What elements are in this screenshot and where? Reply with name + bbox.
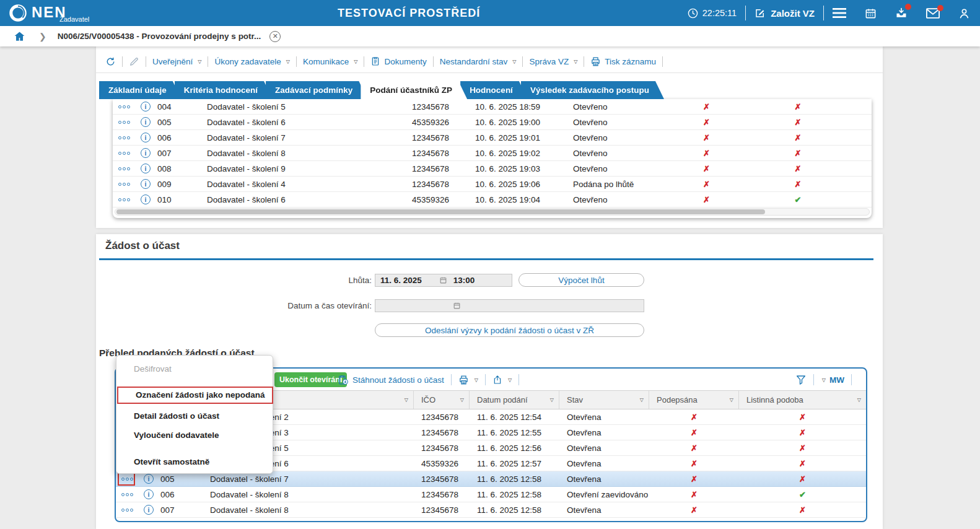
status-text: Otevřeno [566, 149, 658, 158]
menu-item-oznaceni-zadosti-jako-nepodana[interactable]: Označení žádosti jako nepodaná [117, 387, 273, 404]
menu-item-vylouceni-dodavatele[interactable]: Vyloučení dodavatele [116, 427, 274, 444]
dots-icon [123, 152, 126, 155]
dots-icon [118, 167, 121, 170]
send-invitation-button[interactable]: Odeslání výzvy k podání žádosti o účast … [375, 323, 644, 337]
tab-podani-ucastniku-zp[interactable]: Podání účastníků ZP [361, 81, 467, 99]
toolbar-item-komunikace[interactable]: Komunikace▽ [303, 57, 357, 66]
toolbar-item-tisk-zaznamu[interactable]: Tisk záznamu [590, 56, 656, 67]
row-info-button[interactable]: i [135, 164, 154, 173]
deadline-time-value[interactable]: 13:00 [453, 276, 475, 285]
table-row[interactable]: i 008 Dodavatel - školení 9 12345678 10.… [113, 161, 872, 177]
row-number: 004 [154, 102, 203, 111]
filter-button[interactable] [795, 374, 807, 385]
download-requests-button[interactable]: Stáhnout žádosti o účast [338, 375, 444, 385]
deadline-date-value[interactable]: 11. 6. 2025 [380, 276, 422, 285]
tab-zakladni-udaje[interactable]: Základní údaje [99, 81, 182, 99]
toolbar-divider [518, 374, 519, 385]
row-menu-button[interactable] [116, 493, 138, 496]
scrollbar-thumb[interactable] [116, 209, 765, 214]
row-info-button[interactable]: i [138, 474, 157, 484]
table-row[interactable]: i 007 Dodavatel - školení 8 12345678 11.… [116, 502, 866, 518]
finish-opening-button[interactable]: Ukončit otevírání [274, 372, 347, 387]
supplier-ico: 12345678 [414, 474, 470, 484]
supplier-ico: 45359326 [414, 459, 470, 468]
row-menu-button[interactable] [116, 509, 138, 512]
tab-zadavaci-podminky[interactable]: Zadávací podmínky [266, 81, 367, 99]
row-info-button[interactable]: i [135, 179, 154, 189]
toolbar-item-dokumenty[interactable]: Dokumenty [370, 56, 426, 66]
paper-form-mark: ✗ [739, 505, 866, 515]
edit-record-button[interactable] [129, 56, 139, 67]
tab-kriteria-hodnoceni[interactable]: Kritéria hodnocení [175, 81, 273, 99]
table-row[interactable]: i 005 Dodavatel - školení 6 45359326 10.… [113, 115, 872, 130]
row-menu-button[interactable] [113, 105, 135, 108]
toolbar-divider [584, 56, 584, 67]
chevron-down-icon[interactable]: ▽ [822, 377, 826, 383]
row-info-button[interactable]: i [135, 117, 154, 127]
print-button[interactable]: ▽ [458, 375, 478, 385]
table-row[interactable]: i 010 Dodavatel - školení 6 45359326 10.… [113, 192, 872, 208]
deadline-field[interactable]: 11. 6. 2025 13:00 [375, 274, 512, 287]
menu-item-otevrit-samostatne[interactable]: Otevřít samostatně [116, 453, 274, 471]
calendar-button[interactable] [865, 7, 877, 19]
create-vz-button[interactable]: Založit VZ [755, 7, 815, 19]
toolbar-divider [485, 374, 486, 385]
sort-icon[interactable]: ▽ [460, 397, 469, 403]
sort-icon[interactable]: ▽ [405, 397, 413, 403]
column-header-datum-podani[interactable]: Datum podání▽ [470, 391, 559, 409]
menu-item-detail-zadosti[interactable]: Detail žádosti o účast [116, 408, 274, 425]
tab-vysledek[interactable]: Výsledek zadávacího postupu [521, 81, 664, 99]
row-info-button[interactable]: i [138, 489, 157, 499]
sort-icon[interactable]: ▽ [857, 397, 866, 403]
row-menu-button[interactable] [113, 167, 135, 170]
paper-form-mark: ✗ [755, 149, 841, 158]
row-info-button[interactable]: i [135, 195, 154, 204]
row-menu-button[interactable] [113, 152, 135, 155]
home-button[interactable] [14, 30, 25, 42]
paper-form-mark: ✗ [755, 180, 841, 189]
table-row[interactable]: i 004 Dodavatel - školení 5 12345678 10.… [113, 99, 872, 115]
close-tab-button[interactable]: ✕ [269, 31, 281, 42]
toolbar-item-sprava-vz[interactable]: Správa VZ▽ [529, 57, 577, 66]
sort-icon[interactable]: ▽ [550, 397, 559, 403]
calc-deadlines-button[interactable]: Výpočet lhůt [518, 273, 644, 287]
filter-preset-label[interactable]: MW [829, 375, 844, 385]
row-info-button[interactable]: i [135, 102, 154, 111]
refresh-icon [105, 56, 116, 67]
row-info-button[interactable]: i [135, 133, 154, 142]
export-button[interactable]: ▽ [492, 375, 512, 385]
inbox-notification-badge [905, 4, 911, 10]
table-row[interactable]: i 006 Dodavatel - školení 8 12345678 11.… [116, 487, 866, 502]
nen-logo[interactable]: NEN [9, 2, 67, 22]
column-header-podepsana[interactable]: Podepsána▽ [649, 391, 739, 409]
info-icon: i [144, 474, 154, 484]
row-menu-button[interactable] [113, 121, 135, 124]
table-row[interactable]: i 007 Dodavatel - školení 8 12345678 10.… [113, 146, 872, 161]
horizontal-scrollbar[interactable] [115, 208, 870, 216]
dots-icon [127, 152, 130, 155]
breadcrumb-item[interactable]: N006/25/V00005438 - Provozování prodejny… [58, 32, 261, 41]
column-header-ico[interactable]: IČO▽ [414, 391, 470, 409]
inbox-button[interactable] [895, 7, 908, 19]
row-info-button[interactable]: i [138, 505, 157, 515]
column-header-stav[interactable]: Stav▽ [559, 391, 649, 409]
toolbar-item-uverejneni[interactable]: Uveřejnění▽ [152, 57, 201, 66]
main-menu-button[interactable] [833, 8, 846, 18]
table-row[interactable]: i 009 Dodavatel - školení 4 12345678 10.… [113, 177, 872, 192]
row-info-button[interactable]: i [135, 148, 154, 158]
sort-icon[interactable]: ▽ [640, 397, 649, 403]
row-menu-button[interactable] [113, 183, 135, 186]
sort-icon[interactable]: ▽ [730, 397, 738, 403]
row-menu-button[interactable] [113, 198, 135, 201]
messages-button[interactable] [926, 8, 940, 19]
user-profile-button[interactable] [958, 7, 970, 19]
calendar-small-icon[interactable] [439, 276, 447, 284]
refresh-button[interactable] [105, 56, 116, 67]
table-row[interactable]: i 006 Dodavatel - školení 7 12345678 10.… [113, 130, 872, 146]
toolbar-item-nestandardni-stav[interactable]: Nestandardní stav▽ [440, 57, 517, 66]
row-menu-button[interactable] [113, 136, 135, 139]
tab-hodnoceni[interactable]: Hodnocení [460, 81, 528, 99]
toolbar-item-ukony-zadavatele[interactable]: Úkony zadavatele▽ [214, 57, 289, 66]
column-header-listinna-podoba[interactable]: Listinná podoba▽ [739, 391, 866, 409]
paper-form-mark: ✗ [739, 444, 866, 453]
